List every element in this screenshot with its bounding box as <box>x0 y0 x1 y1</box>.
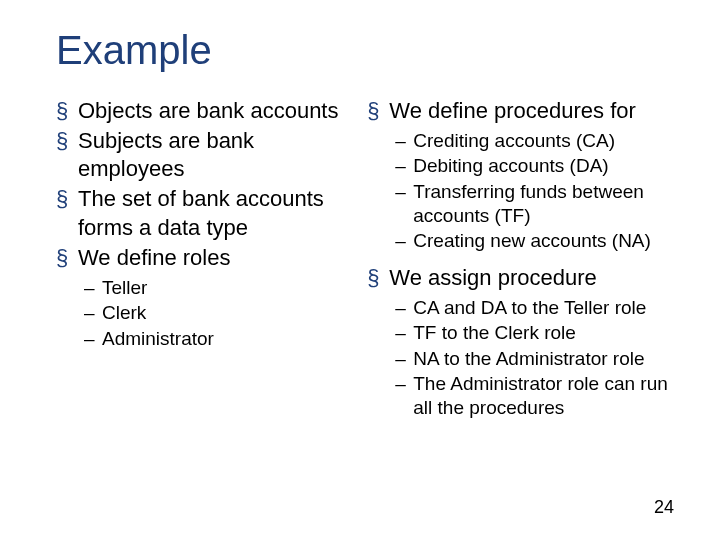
list-item: We define procedures for Crediting accou… <box>367 97 679 254</box>
list-item-label: We define procedures for <box>389 98 636 123</box>
left-column: Objects are bank accounts Subjects are b… <box>56 97 349 430</box>
left-bullet-list: Objects are bank accounts Subjects are b… <box>56 97 349 351</box>
list-item: We define roles Teller Clerk Administrat… <box>56 244 349 351</box>
list-item: NA to the Administrator role <box>395 347 679 371</box>
assignments-sublist: CA and DA to the Teller role TF to the C… <box>395 296 679 421</box>
list-item: Creating new accounts (NA) <box>395 229 679 253</box>
list-item: Administrator <box>84 327 349 351</box>
list-item: Debiting accounts (DA) <box>395 154 679 178</box>
list-item: We assign procedure CA and DA to the Tel… <box>367 264 679 421</box>
list-item: Transferring funds between accounts (TF) <box>395 180 679 229</box>
procedures-sublist: Crediting accounts (CA) Debiting account… <box>395 129 679 254</box>
roles-sublist: Teller Clerk Administrator <box>84 276 349 351</box>
content-columns: Objects are bank accounts Subjects are b… <box>56 97 680 430</box>
list-item: Crediting accounts (CA) <box>395 129 679 153</box>
list-item-label: We define roles <box>78 245 230 270</box>
slide-title: Example <box>56 28 680 73</box>
list-item: The set of bank accounts forms a data ty… <box>56 185 349 241</box>
list-item-label: We assign procedure <box>389 265 597 290</box>
list-item: Objects are bank accounts <box>56 97 349 125</box>
list-item: Subjects are bank employees <box>56 127 349 183</box>
list-item: TF to the Clerk role <box>395 321 679 345</box>
slide: Example Objects are bank accounts Subjec… <box>0 0 720 540</box>
list-item: Teller <box>84 276 349 300</box>
list-item: Clerk <box>84 301 349 325</box>
right-bullet-list: We define procedures for Crediting accou… <box>367 97 679 420</box>
page-number: 24 <box>654 497 674 518</box>
right-column: We define procedures for Crediting accou… <box>367 97 679 430</box>
list-item: The Administrator role can run all the p… <box>395 372 679 421</box>
list-item: CA and DA to the Teller role <box>395 296 679 320</box>
